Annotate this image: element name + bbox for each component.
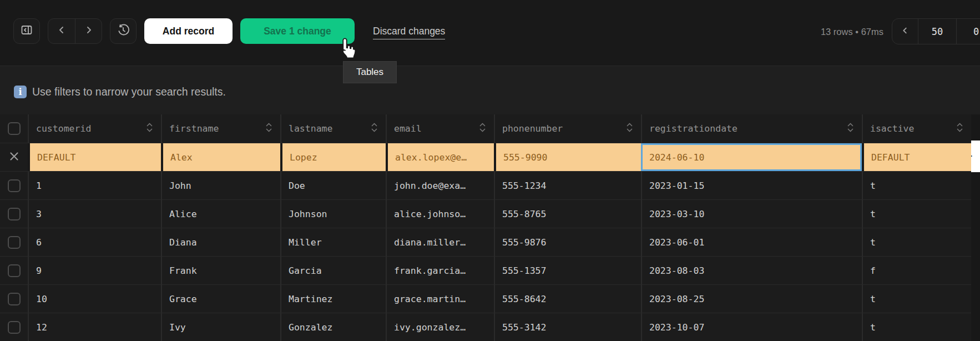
chevron-left-icon (901, 26, 910, 37)
sort-icon[interactable] (478, 121, 487, 136)
cell-lastname[interactable]: Lopez (280, 143, 386, 171)
column-header-email[interactable]: email (386, 114, 494, 143)
cell-registrationdate[interactable]: 2023-06-01 (641, 228, 862, 256)
cell-registrationdate[interactable]: 2023-01-15 (641, 172, 862, 199)
cell-isactive[interactable]: t (862, 228, 971, 256)
sort-icon[interactable] (625, 121, 634, 136)
cell-lastname[interactable]: Martinez (280, 285, 386, 313)
result-stats: 13 rows • 67ms (777, 27, 883, 37)
pagination-control: 50 0 (892, 18, 980, 44)
column-header-phonenumber[interactable]: phonenumber (494, 114, 641, 143)
row-select-cell (0, 228, 28, 256)
cell-customerid[interactable]: 3 (28, 200, 161, 228)
save-changes-button[interactable]: Save 1 change (240, 18, 355, 44)
filter-hint-text: Use filters to narrow your search result… (32, 86, 226, 98)
cell-phonenumber[interactable]: 555-9876 (494, 228, 641, 256)
row-select-cell (0, 200, 28, 228)
table-row: 9FrankGarciafrank.garcia…555-13572023-08… (0, 256, 971, 284)
row-select-cell (0, 257, 28, 284)
column-header-firstname[interactable]: firstname (161, 114, 280, 143)
cell-email[interactable]: frank.garcia… (386, 257, 494, 284)
cell-email[interactable]: alex.lopex@e… (386, 143, 494, 171)
cell-firstname[interactable]: Alex (161, 143, 280, 171)
page-offset-field[interactable]: 0 (957, 19, 980, 44)
filter-hint-banner: i Use filters to narrow your search resu… (0, 66, 980, 114)
discard-changes-link[interactable]: Discard changes (373, 26, 445, 39)
cell-phonenumber[interactable]: 555-8642 (494, 285, 641, 313)
row-checkbox[interactable] (8, 208, 21, 220)
cell-phonenumber[interactable]: 555-8765 (494, 200, 641, 228)
row-select-cell (0, 143, 28, 171)
row-checkbox[interactable] (8, 321, 21, 334)
row-select-cell (0, 313, 28, 341)
table-row: 6DianaMillerdiana.miller…555-98762023-06… (0, 228, 971, 256)
info-icon: i (14, 86, 27, 98)
column-header-label: phonenumber (502, 123, 563, 134)
select-all-checkbox[interactable] (8, 122, 21, 135)
cell-customerid[interactable]: 1 (28, 172, 161, 199)
cell-email[interactable]: ivy.gonzalez… (386, 313, 494, 341)
cell-phonenumber[interactable]: 555-9090 (494, 143, 641, 171)
remove-new-row-button[interactable] (9, 151, 19, 164)
nav-back-button[interactable] (48, 19, 75, 43)
cell-phonenumber[interactable]: 555-1357 (494, 257, 641, 284)
cell-customerid[interactable]: 6 (28, 228, 161, 256)
sort-icon[interactable] (370, 121, 378, 136)
cell-registrationdate[interactable]: 2023-10-07 (641, 313, 862, 341)
cell-registrationdate[interactable]: 2023-03-10 (641, 200, 862, 228)
page-size-field[interactable]: 50 (918, 19, 957, 44)
column-header-isactive[interactable]: isactive (862, 114, 971, 143)
nav-forward-button[interactable] (75, 19, 102, 43)
cell-firstname[interactable]: Diana (161, 228, 280, 256)
cell-registrationdate[interactable]: 2023-08-25 (641, 285, 862, 313)
cell-lastname[interactable]: Doe (280, 172, 386, 199)
cell-email[interactable]: grace.martin… (386, 285, 494, 313)
cell-email[interactable]: john.doe@exa… (386, 172, 494, 199)
sort-icon[interactable] (265, 121, 273, 136)
row-checkbox[interactable] (8, 236, 21, 249)
cell-lastname[interactable]: Miller (280, 228, 386, 256)
cell-firstname[interactable]: John (161, 172, 280, 199)
table-row: 3AliceJohnsonalice.johnso…555-87652023-0… (0, 199, 971, 228)
cell-isactive[interactable]: t (862, 172, 971, 199)
sort-icon[interactable] (145, 121, 154, 136)
cell-isactive[interactable]: t (862, 313, 971, 341)
cell-isactive[interactable]: t (862, 200, 971, 228)
cell-phonenumber[interactable]: 555-3142 (494, 313, 641, 341)
column-header-label: registrationdate (649, 123, 737, 134)
cell-customerid[interactable]: DEFAULT (28, 143, 161, 171)
sort-icon[interactable] (846, 121, 855, 136)
cell-email[interactable]: diana.miller… (386, 228, 494, 256)
cell-lastname[interactable]: Johnson (280, 200, 386, 228)
row-checkbox[interactable] (8, 264, 21, 277)
cell-isactive[interactable]: t (862, 285, 971, 313)
add-record-button[interactable]: Add record (144, 18, 233, 44)
cell-firstname[interactable]: Grace (161, 285, 280, 313)
cell-isactive[interactable]: f (862, 257, 971, 284)
column-header-lastname[interactable]: lastname (280, 114, 386, 143)
database-table-view: Add record Save 1 change Discard changes… (0, 0, 980, 341)
row-checkbox[interactable] (8, 293, 21, 305)
sort-icon[interactable] (956, 121, 964, 136)
sidebar-toggle-button[interactable] (13, 18, 40, 44)
cell-registrationdate[interactable]: 2024-06-10 (641, 143, 862, 171)
column-header-customerid[interactable]: customerid (28, 114, 161, 143)
cell-customerid[interactable]: 9 (28, 257, 161, 284)
cell-customerid[interactable]: 10 (28, 285, 161, 313)
table-row: 10GraceMartinezgrace.martin…555-86422023… (0, 284, 971, 313)
row-checkbox[interactable] (8, 179, 21, 192)
cell-lastname[interactable]: Gonzalez (280, 313, 386, 341)
cell-firstname[interactable]: Frank (161, 257, 280, 284)
cell-firstname[interactable]: Alice (161, 200, 280, 228)
cell-registrationdate[interactable]: 2023-08-03 (641, 257, 862, 284)
query-history-button[interactable] (110, 18, 137, 44)
cell-firstname[interactable]: Ivy (161, 313, 280, 341)
chevron-left-icon (57, 25, 67, 37)
cell-isactive[interactable]: DEFAULT (862, 143, 971, 171)
cell-customerid[interactable]: 12 (28, 313, 161, 341)
column-header-registrationdate[interactable]: registrationdate (641, 114, 862, 143)
cell-lastname[interactable]: Garcia (280, 257, 386, 284)
cell-phonenumber[interactable]: 555-1234 (494, 172, 641, 199)
cell-email[interactable]: alice.johnso… (386, 200, 494, 228)
page-prev-button[interactable] (892, 19, 918, 44)
